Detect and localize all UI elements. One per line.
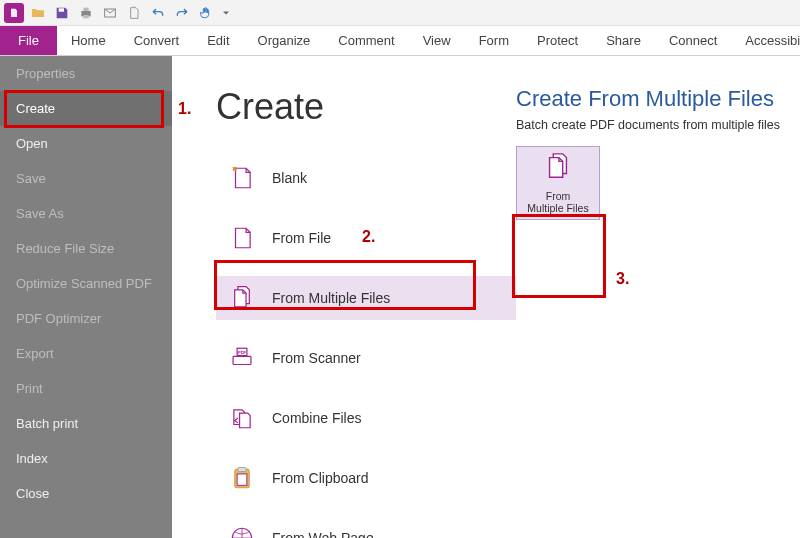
- sidebar-item-reduce[interactable]: Reduce File Size: [0, 231, 172, 266]
- tile-from-multiple-files[interactable]: FromMultiple Files: [516, 146, 600, 220]
- clipboard-icon: [228, 464, 256, 492]
- sidebar-item-create[interactable]: Create: [0, 91, 172, 126]
- tab-file[interactable]: File: [0, 26, 57, 55]
- sidebar-item-index[interactable]: Index: [0, 441, 172, 476]
- sidebar-item-save-as[interactable]: Save As: [0, 196, 172, 231]
- tab-edit[interactable]: Edit: [193, 26, 243, 55]
- svg-text:PDF: PDF: [238, 350, 247, 355]
- right-panel-title: Create From Multiple Files: [516, 86, 800, 112]
- multiple-files-icon: [228, 284, 256, 312]
- page-title: Create: [216, 86, 516, 128]
- new-doc-icon[interactable]: [124, 3, 144, 23]
- file-menu-sidebar: Properties Create Open Save Save As Redu…: [0, 56, 172, 538]
- qat-more-icon[interactable]: [220, 3, 232, 23]
- file-icon: [228, 224, 256, 252]
- sidebar-item-batch-print[interactable]: Batch print: [0, 406, 172, 441]
- create-option-label: From Web Page: [272, 530, 374, 538]
- create-option-label: From File: [272, 230, 331, 246]
- right-panel-desc: Batch create PDF documents from multiple…: [516, 118, 800, 132]
- tab-convert[interactable]: Convert: [120, 26, 194, 55]
- svg-rect-0: [59, 8, 64, 11]
- create-option-from-scanner[interactable]: PDF From Scanner: [216, 336, 516, 380]
- create-option-from-multiple-files[interactable]: From Multiple Files: [216, 276, 516, 320]
- redo-icon[interactable]: [172, 3, 192, 23]
- tab-accessibility[interactable]: Accessibility: [731, 26, 800, 55]
- svg-rect-11: [237, 474, 247, 485]
- create-option-from-clipboard[interactable]: From Clipboard: [216, 456, 516, 500]
- undo-icon[interactable]: [148, 3, 168, 23]
- scanner-icon: PDF: [228, 344, 256, 372]
- email-icon[interactable]: [100, 3, 120, 23]
- create-option-blank[interactable]: Blank: [216, 156, 516, 200]
- save-icon[interactable]: [52, 3, 72, 23]
- tab-view[interactable]: View: [409, 26, 465, 55]
- tile-label: FromMultiple Files: [527, 190, 588, 214]
- create-option-from-file[interactable]: From File: [216, 216, 516, 260]
- create-option-label: Combine Files: [272, 410, 361, 426]
- sidebar-item-save[interactable]: Save: [0, 161, 172, 196]
- sidebar-item-pdf-optimizer[interactable]: PDF Optimizer: [0, 301, 172, 336]
- tab-share[interactable]: Share: [592, 26, 655, 55]
- svg-rect-2: [83, 7, 88, 10]
- open-icon[interactable]: [28, 3, 48, 23]
- svg-rect-10: [238, 467, 246, 471]
- tab-home[interactable]: Home: [57, 26, 120, 55]
- ribbon-tabs: File Home Convert Edit Organize Comment …: [0, 26, 800, 56]
- app-logo: [4, 3, 24, 23]
- tab-form[interactable]: Form: [465, 26, 523, 55]
- create-option-combine-files[interactable]: Combine Files: [216, 396, 516, 440]
- create-option-label: From Clipboard: [272, 470, 368, 486]
- create-option-label: Blank: [272, 170, 307, 186]
- sidebar-item-optimize-scan[interactable]: Optimize Scanned PDF: [0, 266, 172, 301]
- create-option-label: From Scanner: [272, 350, 361, 366]
- backstage-content: Create Blank From File From Multiple Fil…: [172, 56, 800, 538]
- blank-page-icon: [228, 164, 256, 192]
- create-option-label: From Multiple Files: [272, 290, 390, 306]
- print-icon[interactable]: [76, 3, 96, 23]
- combine-files-icon: [228, 404, 256, 432]
- sidebar-item-export[interactable]: Export: [0, 336, 172, 371]
- sidebar-item-print[interactable]: Print: [0, 371, 172, 406]
- hand-tool-icon[interactable]: [196, 3, 216, 23]
- tab-comment[interactable]: Comment: [324, 26, 408, 55]
- svg-rect-6: [233, 356, 251, 364]
- sidebar-item-properties[interactable]: Properties: [0, 56, 172, 91]
- tab-protect[interactable]: Protect: [523, 26, 592, 55]
- multiple-files-icon: [543, 152, 573, 186]
- web-page-icon: [228, 524, 256, 538]
- create-option-from-web-page[interactable]: From Web Page: [216, 516, 516, 538]
- sidebar-item-close[interactable]: Close: [0, 476, 172, 511]
- sidebar-item-open[interactable]: Open: [0, 126, 172, 161]
- quick-access-toolbar: [0, 0, 800, 26]
- tab-organize[interactable]: Organize: [244, 26, 325, 55]
- svg-rect-3: [83, 15, 88, 18]
- tab-connect[interactable]: Connect: [655, 26, 731, 55]
